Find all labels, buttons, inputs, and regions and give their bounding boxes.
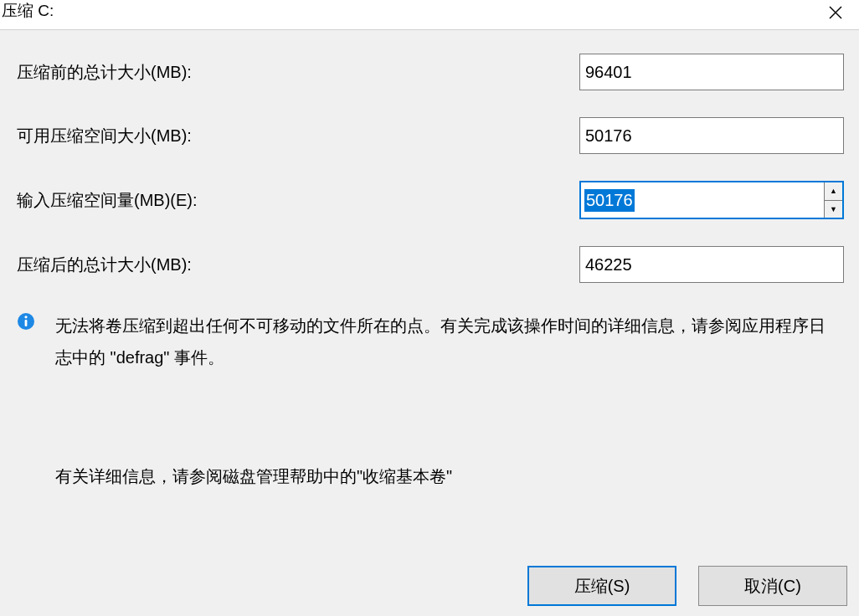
- info-block: 无法将卷压缩到超出任何不可移动的文件所在的点。有关完成该操作时间的详细信息，请参…: [17, 310, 844, 373]
- close-icon: [829, 6, 842, 19]
- row-input: 输入压缩空间量(MB)(E): 50176 ▲ ▼: [17, 181, 844, 219]
- value-available: 50176: [579, 117, 844, 154]
- spinner-buttons: ▲ ▼: [824, 182, 842, 218]
- shrink-amount-spinner[interactable]: 50176 ▲ ▼: [579, 181, 844, 219]
- shrink-amount-input[interactable]: 50176: [581, 182, 824, 218]
- spinner-down-button[interactable]: ▼: [825, 201, 842, 218]
- shrink-amount-value: 50176: [584, 189, 635, 212]
- shrink-button[interactable]: 压缩(S): [527, 566, 676, 606]
- shrink-button-label: 压缩(S): [574, 575, 630, 598]
- dialog-footer: 压缩(S) 取消(C): [527, 566, 847, 606]
- spinner-up-button[interactable]: ▲: [825, 182, 842, 201]
- cancel-button[interactable]: 取消(C): [698, 566, 847, 606]
- close-button[interactable]: [817, 0, 854, 25]
- label-total-after: 压缩后的总计大小(MB):: [17, 254, 192, 276]
- row-total-before: 压缩前的总计大小(MB): 96401: [17, 54, 844, 90]
- help-text: 有关详细信息，请参阅磁盘管理帮助中的"收缩基本卷": [55, 465, 844, 488]
- chevron-down-icon: ▼: [830, 205, 837, 213]
- row-total-after: 压缩后的总计大小(MB): 46225: [17, 246, 844, 283]
- svg-rect-3: [25, 320, 28, 326]
- svg-point-4: [24, 316, 27, 318]
- title-bar: 压缩 C:: [0, 0, 859, 30]
- chevron-up-icon: ▲: [830, 187, 837, 195]
- label-available: 可用压缩空间大小(MB):: [17, 125, 192, 147]
- info-icon: [17, 312, 35, 331]
- info-text: 无法将卷压缩到超出任何不可移动的文件所在的点。有关完成该操作时间的详细信息，请参…: [55, 310, 832, 373]
- value-total-before: 96401: [579, 54, 844, 90]
- label-total-before: 压缩前的总计大小(MB):: [17, 61, 192, 84]
- cancel-button-label: 取消(C): [744, 575, 801, 598]
- label-input: 输入压缩空间量(MB)(E):: [17, 189, 198, 212]
- row-available: 可用压缩空间大小(MB): 50176: [17, 117, 844, 154]
- value-total-after: 46225: [579, 246, 844, 283]
- dialog-content: 压缩前的总计大小(MB): 96401 可用压缩空间大小(MB): 50176 …: [0, 30, 859, 500]
- window-title: 压缩 C:: [0, 0, 54, 22]
